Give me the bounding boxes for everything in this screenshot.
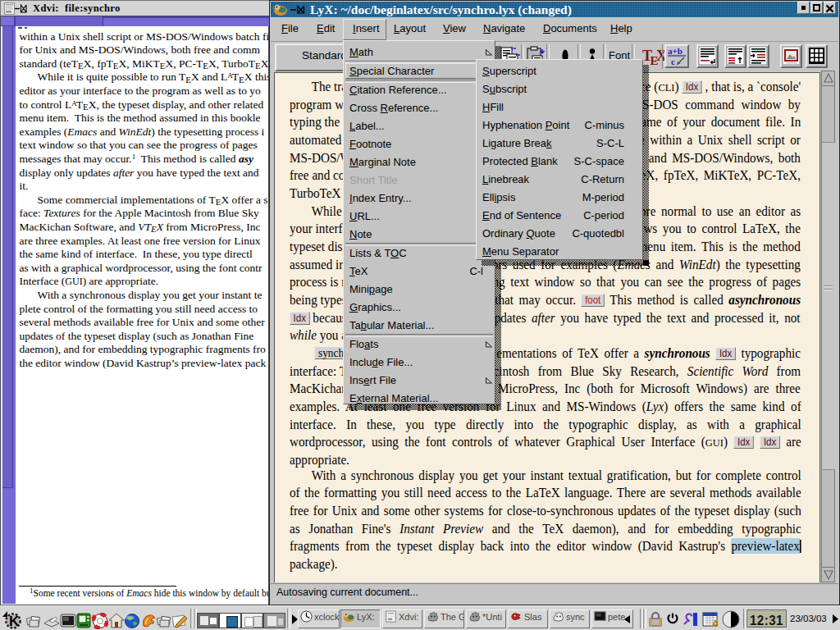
svg-text:a+b: a+b xyxy=(668,46,682,56)
svg-text:c: c xyxy=(671,57,675,66)
svg-text:K: K xyxy=(9,614,20,629)
